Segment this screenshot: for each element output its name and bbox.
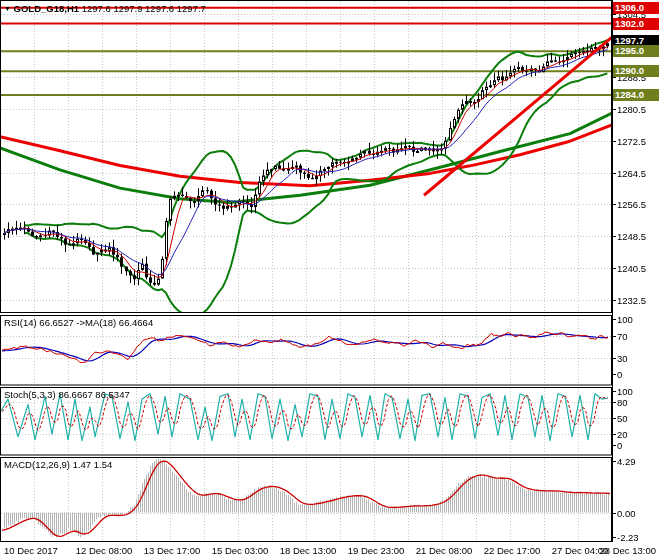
symbol-dropdown-icon[interactable]: ▼ [4,5,11,12]
price-axis-tick: 1280.5 [617,104,646,115]
time-axis-label: 19 Dec 23:00 [348,545,405,556]
price-axis-tick: 1240.5 [617,263,646,274]
time-axis-label: 15 Dec 03:00 [212,545,269,556]
price-axis-tick: 1272.5 [617,135,646,146]
stoch-axis-tick: 0 [617,440,622,451]
price-level-badge-resistance: 1306.0 [613,2,659,14]
price-axis-tick: 1264.5 [617,167,646,178]
price-level-badge-support: 1284.0 [613,89,659,101]
price-axis-tick: 1232.5 [617,294,646,305]
symbol-label: GOLD_G18,H1 [14,3,79,14]
time-axis-label: 10 Dec 2017 [4,545,58,556]
macd-axis-tick: 4.29 [617,456,636,467]
chart-title-bar: ▼ GOLD_G18,H1 1297.6 1297.9 1297.6 1297.… [4,3,206,14]
rsi-axis-tick: 100 [617,314,633,325]
time-axis-label: 13 Dec 17:00 [144,545,201,556]
price-level-badge-resistance: 1302.0 [613,18,659,30]
stoch-axis-tick: 50 [617,413,628,424]
stoch-axis-tick: 80 [617,396,628,407]
macd-axis-tick: -2.23 [617,532,639,543]
time-axis-label: 28 Dec 13:00 [599,545,656,556]
stoch-axis-tick: 100 [617,386,633,397]
price-level-badge-support: 1290.0 [613,65,659,77]
macd-pane-label: MACD(12,26,9) 1.47 1.54 [4,459,112,470]
chart-canvas[interactable] [0,0,660,560]
time-axis-label: 18 Dec 13:00 [280,545,337,556]
stoch-pane-label: Stoch(5,3,3) 86.6667 86.5347 [4,389,130,400]
rsi-pane-label: RSI(14) 66.6527 ->MA(18) 66.4664 [4,317,153,328]
rsi-axis-tick: 0 [617,369,622,380]
price-level-badge-support: 1295.0 [613,45,659,57]
price-axis-tick: 1248.5 [617,231,646,242]
ohlc-readout: 1297.6 1297.9 1297.6 1297.7 [82,3,206,14]
price-axis-tick: 1256.5 [617,199,646,210]
macd-axis-tick: 0.00 [617,507,636,518]
chart-window: ▼ GOLD_G18,H1 1297.6 1297.9 1297.6 1297.… [0,0,660,560]
time-axis-label: 22 Dec 17:00 [484,545,541,556]
time-axis-label: 21 Dec 08:00 [416,545,473,556]
rsi-axis-tick: 70 [617,330,628,341]
rsi-axis-tick: 30 [617,352,628,363]
time-axis-label: 12 Dec 08:00 [76,545,133,556]
stoch-axis-tick: 20 [617,429,628,440]
